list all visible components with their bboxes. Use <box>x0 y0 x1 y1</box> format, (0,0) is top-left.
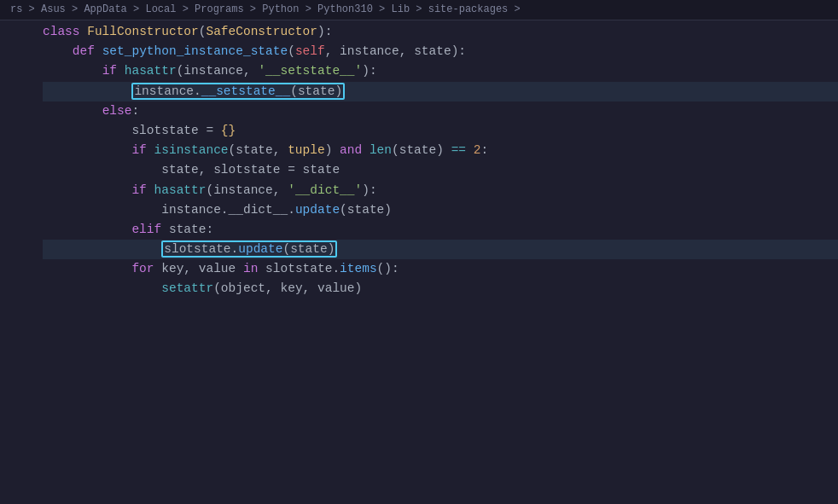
line-elif: elif state: <box>43 220 838 240</box>
line-state-slotstate: state, slotstate = state <box>43 160 838 180</box>
editor-container: rs > Asus > AppData > Local > Programs >… <box>0 0 838 504</box>
line-if-hasattr: if hasattr(instance, '__setstate__'): <box>43 61 838 81</box>
line-slotstate-update: slotstate.update(state) <box>43 240 838 259</box>
line-setattr: setattr(object, key, value) <box>43 279 838 298</box>
line-class: class FullConstructor(SafeConstructor): <box>43 22 838 42</box>
line-setstate: instance.__setstate__(state) <box>43 82 838 101</box>
line-dict-update: instance.__dict__.update(state) <box>43 200 838 220</box>
line-if-hasattr-dict: if hasattr(instance, '__dict__'): <box>43 181 838 200</box>
line-slotstate-assign: slotstate = {} <box>43 121 838 141</box>
line-for: for key, value in slotstate.items(): <box>43 259 838 279</box>
code-area: class FullConstructor(SafeConstructor): … <box>0 20 838 504</box>
line-numbers <box>0 20 34 504</box>
breadcrumb-text: rs > Asus > AppData > Local > Programs >… <box>10 2 521 18</box>
line-def: def set_python_instance_state(self, inst… <box>43 42 838 61</box>
line-else: else: <box>43 101 838 121</box>
line-if-isinstance: if isinstance(state, tuple) and len(stat… <box>43 141 838 160</box>
code-content[interactable]: class FullConstructor(SafeConstructor): … <box>34 20 838 504</box>
breadcrumb: rs > Asus > AppData > Local > Programs >… <box>0 0 838 20</box>
